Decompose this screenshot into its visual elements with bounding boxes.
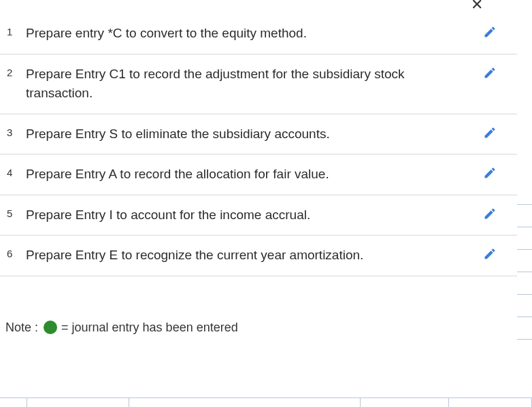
step-text: Prepare Entry S to eliminate the subsidi… [26, 125, 469, 144]
edit-button[interactable] [469, 206, 510, 223]
step-number: 4 [7, 165, 26, 178]
status-dot-icon [44, 321, 57, 334]
background-gridlines [515, 204, 532, 395]
step-text: Prepare Entry E to recognize the current… [26, 246, 469, 265]
main-container: ✕ 1Prepare entry *C to convert to the eq… [0, 0, 517, 343]
note-label: Note : [5, 321, 38, 335]
close-icon[interactable]: ✕ [471, 0, 483, 14]
pencil-icon [483, 166, 497, 182]
note-bar: Note : = journal entry has been entered [0, 276, 517, 343]
step-text: Prepare Entry A to record the allocation… [26, 165, 469, 184]
close-area: ✕ [0, 0, 517, 12]
edit-button[interactable] [469, 24, 510, 42]
edit-button[interactable] [469, 125, 510, 142]
step-row: 4Prepare Entry A to record the allocatio… [0, 154, 517, 195]
step-text: Prepare Entry I to account for the incom… [26, 206, 469, 225]
step-number: 3 [7, 125, 26, 138]
pencil-icon [483, 66, 497, 82]
pencil-icon [483, 247, 497, 263]
pencil-icon [483, 126, 497, 142]
step-number: 1 [7, 24, 26, 37]
step-text: Prepare Entry C1 to record the adjustmen… [26, 65, 469, 103]
step-row: 3Prepare Entry S to eliminate the subsid… [0, 114, 517, 155]
step-row: 1Prepare entry *C to convert to the equi… [0, 12, 517, 54]
pencil-icon [483, 207, 497, 223]
step-row: 2Prepare Entry C1 to record the adjustme… [0, 54, 517, 114]
step-number: 6 [7, 246, 26, 259]
bottom-grid-cells [0, 397, 532, 407]
step-text: Prepare entry *C to convert to the equit… [26, 24, 469, 44]
edit-button[interactable] [469, 246, 510, 263]
step-row: 6Prepare Entry E to recognize the curren… [0, 235, 517, 276]
step-number: 2 [7, 65, 26, 78]
edit-button[interactable] [469, 165, 510, 182]
edit-button[interactable] [469, 65, 510, 82]
note-text: = journal entry has been entered [61, 321, 238, 335]
pencil-icon [483, 25, 497, 42]
step-row: 5Prepare Entry I to account for the inco… [0, 195, 517, 236]
step-number: 5 [7, 206, 26, 219]
